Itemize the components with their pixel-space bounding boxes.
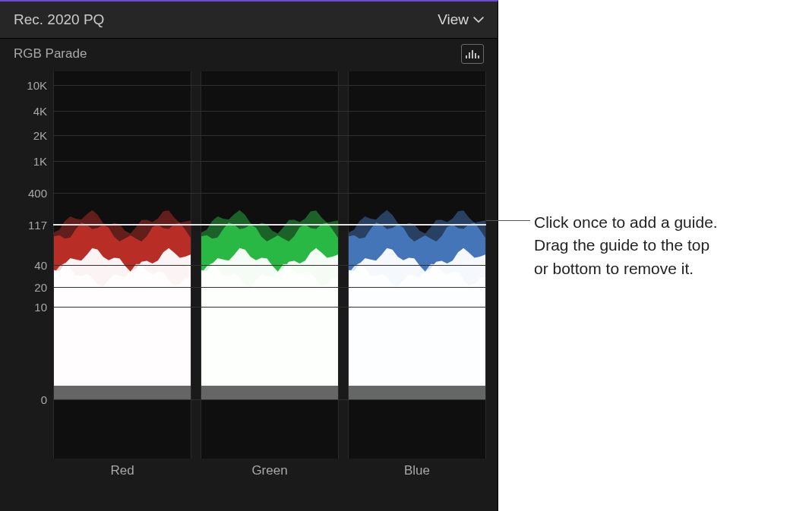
gridline — [53, 135, 486, 136]
svg-rect-3 — [475, 53, 476, 58]
color-space-dropdown[interactable]: Rec. 2020 PQ — [14, 11, 104, 28]
gridline — [53, 307, 486, 308]
gridline — [53, 265, 486, 266]
y-tick-label: 4K — [0, 105, 47, 118]
y-tick-label: 400 — [0, 187, 47, 200]
gridline — [53, 399, 486, 400]
parade-plot-area[interactable]: 10K4K2K1K4001174020100 RedGreenBlue — [0, 71, 498, 481]
gridline — [53, 193, 486, 194]
chevron-down-icon — [473, 14, 484, 25]
x-label-red: Red — [53, 463, 191, 478]
svg-rect-1 — [469, 52, 470, 58]
x-label-blue: Blue — [348, 463, 486, 478]
scopes-subbar: RGB Parade — [0, 39, 498, 69]
gridline — [53, 111, 486, 112]
y-tick-label: 20 — [0, 281, 47, 294]
callout-text: Click once to add a guide. Drag the guid… — [534, 211, 792, 280]
gridline — [53, 85, 486, 86]
y-tick-label: 1K — [0, 155, 47, 168]
waveform-icon — [465, 49, 480, 59]
svg-rect-4 — [478, 55, 479, 58]
y-tick-label: 10 — [0, 301, 47, 314]
svg-rect-2 — [472, 50, 473, 58]
view-menu-label: View — [438, 11, 469, 28]
luminance-guide[interactable] — [53, 224, 486, 226]
svg-rect-0 — [466, 55, 467, 58]
scopes-titlebar: Rec. 2020 PQ View — [0, 2, 498, 39]
y-tick-label: 117 — [0, 219, 47, 232]
gridline — [53, 161, 486, 162]
scope-settings-button[interactable] — [461, 44, 484, 64]
y-tick-label: 10K — [0, 79, 47, 92]
y-tick-label: 40 — [0, 259, 47, 272]
y-tick-label: 0 — [0, 393, 47, 406]
view-menu[interactable]: View — [438, 11, 484, 28]
callout-line: Click once to add a guide. — [534, 211, 792, 234]
video-scopes-panel: Rec. 2020 PQ View RGB Parade 10K4K — [0, 0, 498, 511]
callout-line: Drag the guide to the top — [534, 234, 792, 257]
scope-type-label: RGB Parade — [14, 46, 87, 62]
gridline — [53, 287, 486, 288]
x-label-green: Green — [201, 463, 339, 478]
callout-line: or bottom to remove it. — [534, 257, 792, 280]
y-tick-label: 2K — [0, 129, 47, 142]
callout-leader-line — [486, 220, 530, 221]
